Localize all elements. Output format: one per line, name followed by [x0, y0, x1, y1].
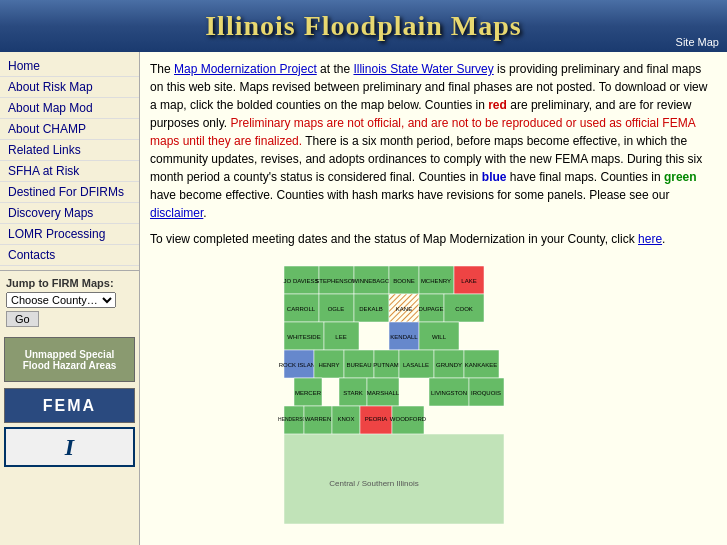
fema-banner: FEMA	[4, 388, 135, 423]
svg-text:DEKALB: DEKALB	[359, 306, 383, 312]
fema-label: FEMA	[43, 397, 96, 415]
site-map-link[interactable]: Site Map	[676, 36, 719, 48]
svg-text:GRUNDY: GRUNDY	[435, 362, 461, 368]
svg-text:CARROLL: CARROLL	[286, 306, 315, 312]
jump-to-firm-section: Jump to FIRM Maps: Choose County… Go	[0, 270, 139, 331]
svg-text:LIVINGSTON: LIVINGSTON	[430, 390, 466, 396]
isws-link[interactable]: Illinois State Water Survey	[353, 62, 493, 76]
sidebar: HomeAbout Risk MapAbout Map ModAbout CHA…	[0, 52, 140, 545]
svg-text:IROQUOIS: IROQUOIS	[470, 390, 500, 396]
svg-text:PUTNAM: PUTNAM	[373, 362, 398, 368]
svg-text:WILL: WILL	[431, 334, 446, 340]
svg-text:LAKE: LAKE	[461, 278, 476, 284]
svg-text:LASALLE: LASALLE	[402, 362, 428, 368]
svg-text:STARK: STARK	[343, 390, 363, 396]
svg-text:BOONE: BOONE	[393, 278, 415, 284]
svg-text:HENRY: HENRY	[318, 362, 339, 368]
svg-text:MCHENRY: MCHENRY	[420, 278, 450, 284]
page-header: Illinois Floodplain Maps Site Map	[0, 0, 727, 52]
para1-mid1: at the	[317, 62, 354, 76]
svg-text:Central / Southern Illinois: Central / Southern Illinois	[329, 479, 418, 488]
svg-text:DUPAGE: DUPAGE	[418, 306, 443, 312]
svg-text:LEE: LEE	[335, 334, 346, 340]
svg-text:KENDALL: KENDALL	[390, 334, 418, 340]
sidebar-item-destined-dfirms[interactable]: Destined For DFIRMs	[0, 182, 139, 203]
svg-text:MERCER: MERCER	[294, 390, 321, 396]
svg-text:WOODFORD: WOODFORD	[389, 416, 426, 422]
iema-banner: I	[4, 427, 135, 467]
para1-pre: The	[150, 62, 174, 76]
svg-text:WHITESIDE: WHITESIDE	[287, 334, 320, 340]
intro-paragraph: The Map Modernization Project at the Ill…	[150, 60, 717, 222]
nav-menu: HomeAbout Risk MapAbout Map ModAbout CHA…	[0, 56, 139, 266]
here-link[interactable]: here	[638, 232, 662, 246]
svg-text:PEORIA: PEORIA	[364, 416, 387, 422]
disclaimer-link[interactable]: disclaimer	[150, 206, 203, 220]
sidebar-item-sfha-risk[interactable]: SFHA at Risk	[0, 161, 139, 182]
red-label: red	[488, 98, 507, 112]
illinois-map[interactable]: JO DAVIESS STEPHENSON WINNEBAGO BOONE MC…	[174, 256, 694, 536]
svg-text:STEPHENSON: STEPHENSON	[315, 278, 356, 284]
svg-text:KNOX: KNOX	[337, 416, 354, 422]
main-content: The Map Modernization Project at the Ill…	[140, 52, 727, 545]
svg-text:MARSHALL: MARSHALL	[366, 390, 399, 396]
sidebar-item-lomr-processing[interactable]: LOMR Processing	[0, 224, 139, 245]
meeting-dates-paragraph: To view completed meeting dates and the …	[150, 230, 717, 248]
para2-end: .	[662, 232, 665, 246]
sidebar-item-home[interactable]: Home	[0, 56, 139, 77]
svg-text:KANKAKEE: KANKAKEE	[464, 362, 496, 368]
para1-mid5: have final maps. Counties in	[506, 170, 663, 184]
map-modernization-link[interactable]: Map Modernization Project	[174, 62, 317, 76]
svg-text:WINNEBAGO: WINNEBAGO	[352, 278, 390, 284]
sidebar-item-related-links[interactable]: Related Links	[0, 140, 139, 161]
blue-label: blue	[482, 170, 507, 184]
para1-mid6: have become effective. Counties with has…	[150, 188, 669, 202]
go-button[interactable]: Go	[6, 311, 39, 327]
sidebar-item-contacts[interactable]: Contacts	[0, 245, 139, 266]
sidebar-item-discovery-maps[interactable]: Discovery Maps	[0, 203, 139, 224]
map-container: JO DAVIESS STEPHENSON WINNEBAGO BOONE MC…	[150, 256, 717, 539]
sidebar-item-about-map-mod[interactable]: About Map Mod	[0, 98, 139, 119]
svg-text:KANE: KANE	[395, 306, 411, 312]
svg-text:JO DAVIESS: JO DAVIESS	[283, 278, 318, 284]
para2-pre: To view completed meeting dates and the …	[150, 232, 638, 246]
svg-text:WARREN: WARREN	[304, 416, 330, 422]
svg-text:BUREAU: BUREAU	[346, 362, 371, 368]
para1-end: .	[203, 206, 206, 220]
page-title: Illinois Floodplain Maps	[0, 10, 727, 42]
unmapped-banner: Unmapped Special Flood Hazard Areas	[4, 337, 135, 382]
banner1-text: Unmapped Special Flood Hazard Areas	[23, 349, 117, 371]
green-label: green	[664, 170, 697, 184]
main-container: HomeAbout Risk MapAbout Map ModAbout CHA…	[0, 52, 727, 545]
county-select[interactable]: Choose County…	[6, 292, 116, 308]
iema-label: I	[65, 434, 74, 461]
svg-text:COOK: COOK	[455, 306, 473, 312]
sidebar-item-about-risk[interactable]: About Risk Map	[0, 77, 139, 98]
jump-firm-label: Jump to FIRM Maps:	[6, 277, 133, 289]
svg-text:OGLE: OGLE	[327, 306, 344, 312]
sidebar-item-about-champ[interactable]: About CHAMP	[0, 119, 139, 140]
